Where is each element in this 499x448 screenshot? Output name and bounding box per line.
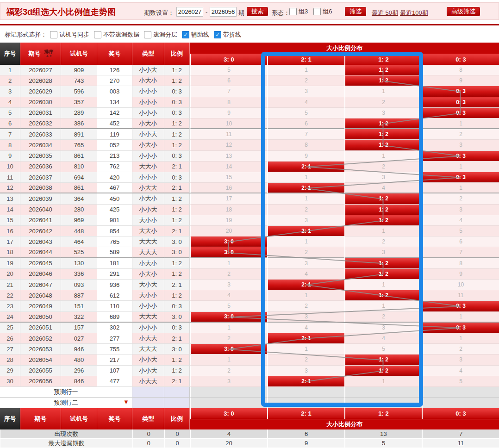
cell-seq: 15 xyxy=(0,215,20,226)
miss-cell: 3 xyxy=(344,247,422,258)
checkbox-icon[interactable] xyxy=(144,31,151,38)
miss-cell: 11 xyxy=(422,290,499,301)
prediction-ratio-cell[interactable] xyxy=(164,398,190,408)
miss-cell: 1 xyxy=(344,280,422,290)
summary-ratio-value: 0 xyxy=(164,429,190,439)
miss-cell: 4 xyxy=(344,183,422,193)
prediction-row-1-label[interactable]: 预测行一 xyxy=(0,387,132,398)
miss-cell: 2 xyxy=(267,75,344,86)
miss-cell: 10 xyxy=(190,118,267,129)
miss-cell: 3 xyxy=(190,376,267,387)
miss-cell: 3 xyxy=(190,280,267,290)
miss-cell: 1 xyxy=(190,323,267,333)
prediction-down-arrow-icon[interactable]: ▼ xyxy=(123,399,129,405)
miss-cell: 2 xyxy=(422,344,499,355)
miss-cell: 1 xyxy=(344,376,422,387)
pattern-options: 组3组6 xyxy=(289,7,332,16)
cell-prize-number: 270 xyxy=(97,75,132,86)
miss-cell: 3 xyxy=(344,108,422,118)
filter-button[interactable]: 筛选 xyxy=(345,7,366,16)
cell-period: 2026055 xyxy=(20,366,61,376)
miss-cell: 5 xyxy=(190,301,267,311)
miss-cell: 16 xyxy=(190,183,267,193)
miss-cell: 2 xyxy=(344,162,422,172)
cell-ratio: 1: 2 xyxy=(164,140,190,150)
miss-cell: 7 xyxy=(267,129,344,140)
cell-ratio: 3: 0 xyxy=(164,247,190,258)
cell-seq: 26 xyxy=(0,333,20,344)
checkbox-icon[interactable]: ✓ xyxy=(214,31,221,38)
pattern-option: 组3 xyxy=(289,7,308,16)
prediction-chart-cell xyxy=(190,398,267,408)
cell-ratio: 0: 3 xyxy=(164,301,190,311)
miss-cell: 8 xyxy=(422,65,499,75)
prediction-type-cell[interactable] xyxy=(132,387,164,398)
cell-prize-number: 217 xyxy=(97,355,132,365)
table-row: 92026035861213小小小0: 313910: 3 xyxy=(0,151,499,162)
cell-prize-number: 119 xyxy=(97,129,132,140)
cell-period: 2026051 xyxy=(20,323,61,333)
hit-cell: 2: 1 xyxy=(267,183,344,193)
cell-seq: 6 xyxy=(0,118,20,129)
cell-prize-number: 213 xyxy=(97,151,132,162)
summary-label: 最大遗漏期数 xyxy=(0,439,132,448)
hit-cell: 0: 3 xyxy=(422,172,499,183)
search-button[interactable]: 搜索 xyxy=(247,7,268,16)
advanced-filter-button[interactable]: 高级筛选 xyxy=(447,7,480,16)
mark-option: 不带遗漏数据 xyxy=(94,31,139,39)
summary-value: 7 xyxy=(422,429,499,439)
hit-cell: 1: 2 xyxy=(344,65,422,75)
period-to-input[interactable] xyxy=(210,7,237,17)
prediction-chart-cell xyxy=(422,387,499,398)
table-row: 192026045130181小大小1: 2131: 28 xyxy=(0,258,499,269)
cell-ratio: 1: 2 xyxy=(164,215,190,226)
checkbox-icon[interactable]: ✓ xyxy=(182,31,189,38)
summary-row: 出现次数0046137 xyxy=(0,429,499,439)
miss-cell: 6 xyxy=(422,236,499,247)
cell-prize-number: 901 xyxy=(97,215,132,226)
miss-cell: 3 xyxy=(267,258,344,269)
miss-cell: 1 xyxy=(267,172,344,183)
summary-type-value: 0 xyxy=(132,439,164,448)
col-header-period[interactable]: 期号 排序 ▲● xyxy=(20,43,61,65)
period-unit-label: 期 xyxy=(238,9,244,17)
miss-cell: 14 xyxy=(190,162,267,172)
miss-cell: 5 xyxy=(267,108,344,118)
cell-period: 2026035 xyxy=(20,151,61,162)
cell-test-number: 322 xyxy=(61,312,97,323)
cell-period: 2026054 xyxy=(20,355,61,365)
cell-test-number: 480 xyxy=(61,355,97,365)
cell-period: 2026045 xyxy=(20,258,61,269)
miss-cell: 13 xyxy=(190,151,267,162)
prediction-ratio-cell[interactable] xyxy=(164,387,190,398)
miss-cell: 2 xyxy=(190,333,267,344)
cell-type: 小大小 xyxy=(132,75,164,86)
cell-ratio: 1: 2 xyxy=(164,258,190,269)
sort-control[interactable]: 排序 ▲● xyxy=(44,50,54,58)
period-from-input[interactable] xyxy=(176,7,203,17)
cell-ratio: 2: 1 xyxy=(164,280,190,290)
checkbox-icon[interactable] xyxy=(50,31,57,38)
cell-test-number: 386 xyxy=(61,118,97,129)
cell-period: 2026050 xyxy=(20,312,61,323)
checkbox-icon[interactable] xyxy=(94,31,101,38)
prediction-type-cell[interactable] xyxy=(132,398,164,408)
recent-100-link[interactable]: 最近100期 xyxy=(400,9,428,17)
recent-50-link[interactable]: 最近 50期 xyxy=(372,9,398,17)
hit-cell: 2: 1 xyxy=(267,280,344,290)
miss-cell: 2 xyxy=(267,301,344,311)
mark-option: ✓辅助线 xyxy=(182,31,209,39)
miss-cell: 1 xyxy=(267,193,344,204)
period-dash: - xyxy=(206,9,207,16)
checkbox-icon[interactable] xyxy=(289,8,297,15)
miss-cell: 2 xyxy=(267,247,344,258)
prediction-row-2-label[interactable]: 预测行二 ▼ xyxy=(0,398,132,408)
bottom-col-header-period: 期号 xyxy=(20,408,61,429)
col-header-type: 类型 xyxy=(132,43,164,65)
cell-period: 2026038 xyxy=(20,183,61,193)
cell-type: 小小小 xyxy=(132,323,164,333)
checkbox-icon[interactable] xyxy=(313,8,321,15)
cell-seq: 27 xyxy=(0,344,20,355)
table-row: 42026030357134小小小0: 38420: 3 xyxy=(0,97,499,108)
checkbox-label: 辅助线 xyxy=(191,31,209,39)
